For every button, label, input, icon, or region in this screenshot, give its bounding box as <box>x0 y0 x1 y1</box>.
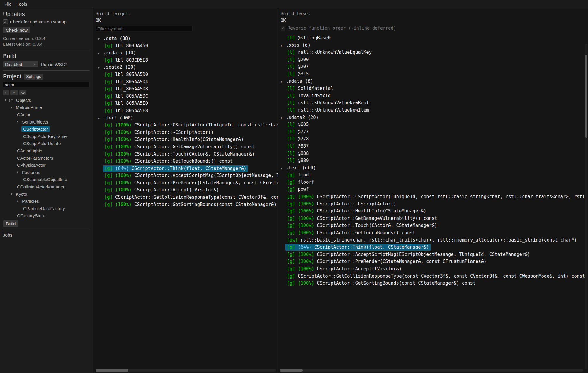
symbol-row[interactable]: [g]powf <box>281 186 588 193</box>
symbol-row[interactable]: [g]lbl_805AA5E0 <box>96 100 278 107</box>
symbol-row[interactable]: [l]@778 <box>281 135 588 143</box>
chevron-down-icon[interactable]: ▼ <box>16 120 21 123</box>
tree-item-cactorparameters[interactable]: CActorParameters <box>3 154 90 162</box>
symbol-section-row[interactable]: ▼.text (db0) <box>281 164 588 172</box>
symbol-row[interactable]: [g](100%)CScriptActor::Accept(IVisitor&) <box>96 186 278 194</box>
symbol-row[interactable]: [g](100%)CScriptActor::~CScriptActor() <box>96 129 278 136</box>
tree-item-cactorlights[interactable]: CActorLights <box>3 147 90 154</box>
symbol-row[interactable]: [g](100%)CScriptActor::Accept(IVisitor&) <box>281 265 588 273</box>
symbol-row[interactable]: [l]rstl::kUnknownValueEqualKey <box>281 49 588 56</box>
symbol-row[interactable]: [l]@887 <box>281 143 588 150</box>
build-button[interactable]: Build <box>3 220 18 227</box>
symbol-row[interactable]: [gw]rstl::basic_string<char, rstl::char_… <box>281 237 588 244</box>
symbol-row[interactable]: [l]SolidMaterial <box>281 85 588 92</box>
tree-item-cfactorystore[interactable]: CFactoryStore <box>3 212 90 220</box>
chevron-down-icon[interactable]: ▼ <box>4 99 9 102</box>
object-filter-input[interactable] <box>3 82 90 87</box>
symbol-row[interactable]: [g](100%)CScriptActor::AcceptScriptMsg(E… <box>281 251 588 258</box>
symbol-row[interactable]: [g]lbl_805AA5DC <box>96 93 278 100</box>
tree-item-cactor[interactable]: CActor <box>3 111 90 118</box>
symbol-row[interactable]: [g](100%)CScriptActor::AcceptScriptMsg(E… <box>96 172 278 179</box>
symbol-row[interactable]: [l]@315 <box>281 70 588 78</box>
symbol-row[interactable]: [g](100%)CScriptActor::GetTouchBounds() … <box>96 158 278 165</box>
symbol-row[interactable]: [g](100%)CScriptActor::Touch(CActor&, CS… <box>281 222 588 229</box>
chevron-down-icon[interactable]: ▼ <box>281 42 286 50</box>
tree-item-cscriptactorkeyframe[interactable]: CScriptActorKeyframe <box>3 133 90 140</box>
symbol-row[interactable]: [g](100%)CScriptActor::PreRender(CStateM… <box>281 258 588 265</box>
symbol-row[interactable]: [g](100%)CScriptActor::~CScriptActor() <box>281 200 588 208</box>
tree-item-objects[interactable]: ▼Objects <box>3 97 90 104</box>
symbol-row[interactable]: [l]@605 <box>281 121 588 128</box>
symbol-row[interactable]: [l]@889 <box>281 157 588 164</box>
tree-item-factories[interactable]: ▼Factories <box>3 169 90 176</box>
symbol-row[interactable]: [g](64%)CScriptActor::Think(float, CStat… <box>281 244 588 251</box>
chevron-down-icon[interactable]: ▼ <box>16 171 21 174</box>
symbol-row[interactable]: [g](100%)CScriptActor::GetDamageVulnerab… <box>281 215 588 222</box>
tree-item-cphysicsactor[interactable]: CPhysicsActor <box>3 161 90 169</box>
symbol-section-row[interactable]: ▼.text (d00) <box>96 114 278 122</box>
symbol-row[interactable]: [g](64%)CScriptActor::Think(float, CStat… <box>96 165 278 172</box>
chevron-down-icon[interactable]: ▼ <box>10 193 15 195</box>
symbol-row[interactable]: [g]lbl_805AA5D0 <box>96 71 278 78</box>
tree-item-scriptobjects[interactable]: ▼ScriptObjects <box>3 118 90 126</box>
symbol-section-row[interactable]: ▼.sdata (8) <box>281 78 588 85</box>
locate-current-object-button[interactable] <box>19 90 26 95</box>
tree-item-kyoto[interactable]: ▼Kyoto <box>3 190 90 198</box>
symbol-filter-input[interactable] <box>96 26 193 31</box>
symbol-row[interactable]: [g]fmodf <box>281 171 588 179</box>
symbol-row[interactable]: [g](100%)CScriptActor::GetSortingBounds(… <box>281 280 588 287</box>
check-updates-startup-checkbox[interactable]: ✓ Check for updates on startup <box>3 19 90 24</box>
symbol-section-row[interactable]: ▼.data (88) <box>96 35 278 42</box>
chevron-down-icon[interactable]: ▼ <box>98 115 103 122</box>
symbol-row[interactable]: [g]CScriptActor::GetCollisionResponseTyp… <box>281 273 588 280</box>
chevron-down-icon[interactable]: ▼ <box>281 78 286 86</box>
chevron-down-icon[interactable]: ▼ <box>10 106 15 109</box>
tree-item-cscannableobjectinfo[interactable]: CScannableObjectInfo <box>3 176 90 183</box>
menu-tools[interactable]: Tools <box>14 1 30 7</box>
scrollbar-thumb[interactable] <box>96 369 128 372</box>
symbol-row[interactable]: [l]@207 <box>281 63 588 70</box>
tree-item-ccollisionactormanager[interactable]: CCollisionActorManager <box>3 183 90 190</box>
collapse-all-button[interactable]: ▲ <box>3 90 9 95</box>
symbol-row[interactable]: [g](100%)CScriptActor::PreRender(CStateM… <box>96 179 278 187</box>
symbol-section-row[interactable]: ▼.sbss (d) <box>281 42 588 49</box>
symbol-row[interactable]: [g]lbl_803DA450 <box>96 42 278 50</box>
chevron-down-icon[interactable]: ▼ <box>281 165 286 172</box>
check-now-button[interactable]: Check now <box>3 27 30 33</box>
symbol-row[interactable]: [g](100%)CScriptActor::Touch(CActor&, CS… <box>96 151 278 158</box>
scrollbar-thumb[interactable] <box>585 55 587 138</box>
symbol-row[interactable]: [g]CScriptActor::GetCollisionResponseTyp… <box>96 194 278 201</box>
project-settings-button[interactable]: Settings <box>24 74 43 80</box>
chevron-down-icon[interactable]: ▼ <box>98 64 103 72</box>
chevron-down-icon[interactable]: ▼ <box>281 114 286 122</box>
chevron-down-icon[interactable]: ▼ <box>98 50 103 57</box>
tree-item-cscriptactorrotate[interactable]: CScriptActorRotate <box>3 140 90 147</box>
symbol-row[interactable]: [g]lbl_803CD5E8 <box>96 57 278 64</box>
symbol-section-row[interactable]: ▼.sdata2 (20) <box>96 64 278 71</box>
symbol-row[interactable]: [g]lbl_805AA5D4 <box>96 78 278 86</box>
symbol-row[interactable]: [g](100%)CScriptActor::CScriptActor(TUni… <box>281 193 588 200</box>
symbol-row[interactable]: [g](100%)CScriptActor::GetSortingBounds(… <box>96 201 278 208</box>
symbol-row[interactable]: [g](100%)CScriptActor::CScriptActor(TUni… <box>96 121 278 129</box>
symbol-row[interactable]: [l]@200 <box>281 56 588 63</box>
symbol-section-row[interactable]: ▼.sdata2 (20) <box>281 114 588 121</box>
symbol-row[interactable]: [g](100%)CScriptActor::HealthInfo(CState… <box>281 207 588 215</box>
tree-item-cscriptactor[interactable]: CScriptActor <box>3 125 90 133</box>
tree-item-particles[interactable]: ▼Particles <box>3 198 90 205</box>
build-mode-dropdown[interactable]: Disabled ▼ <box>3 61 38 67</box>
tree-item-metroidprime[interactable]: ▼MetroidPrime <box>3 104 90 111</box>
symbol-row[interactable]: [l]rstl::kUnknownValueNewItem <box>281 107 588 114</box>
menu-file[interactable]: File <box>2 1 14 7</box>
symbol-row[interactable]: [l]rstl::kUnknownValueNewRoot <box>281 99 588 107</box>
symbol-row[interactable]: [g](100%)CScriptActor::HealthInfo(CState… <box>96 136 278 143</box>
scrollbar-thumb[interactable] <box>280 369 303 372</box>
symbol-section-row[interactable]: ▼.rodata (10) <box>96 49 278 57</box>
symbol-row[interactable]: [l]@888 <box>281 150 588 157</box>
symbol-row[interactable]: [g]lbl_805AA5D8 <box>96 85 278 93</box>
symbol-row[interactable]: [g]lbl_805AA5E8 <box>96 107 278 114</box>
symbol-row[interactable]: [g](100%)CScriptActor::GetDamageVulnerab… <box>96 143 278 151</box>
symbol-row[interactable]: [g]floorf <box>281 179 588 186</box>
symbol-row[interactable]: [l]@777 <box>281 128 588 136</box>
reverse-function-order-checkbox[interactable]: ✓ Reverse function order (-inline deferr… <box>281 26 588 31</box>
tree-item-cparticledatafactory[interactable]: CParticleDataFactory <box>3 205 90 212</box>
